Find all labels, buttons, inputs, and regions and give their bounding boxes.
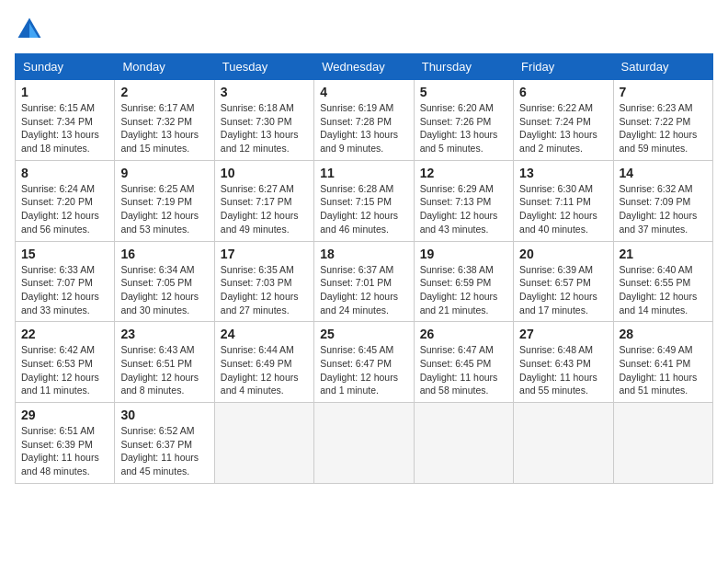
calendar-day-cell: 2Sunrise: 6:17 AM Sunset: 7:32 PM Daylig… — [115, 80, 214, 161]
calendar-day-cell — [514, 403, 613, 484]
day-number: 5 — [420, 85, 507, 99]
day-number: 27 — [519, 327, 607, 341]
weekday-header-monday: Monday — [115, 54, 214, 80]
calendar-day-cell: 29Sunrise: 6:51 AM Sunset: 6:39 PM Dayli… — [16, 403, 115, 484]
weekday-header-tuesday: Tuesday — [214, 54, 313, 80]
calendar-day-cell: 20Sunrise: 6:39 AM Sunset: 6:57 PM Dayli… — [514, 241, 613, 322]
calendar-day-cell: 27Sunrise: 6:48 AM Sunset: 6:43 PM Dayli… — [514, 322, 613, 403]
day-info: Sunrise: 6:23 AM Sunset: 7:22 PM Dayligh… — [620, 101, 707, 155]
day-info: Sunrise: 6:43 AM Sunset: 6:51 PM Dayligh… — [120, 343, 208, 397]
day-info: Sunrise: 6:40 AM Sunset: 6:55 PM Dayligh… — [620, 263, 707, 317]
weekday-header-row: SundayMondayTuesdayWednesdayThursdayFrid… — [16, 54, 713, 80]
calendar-day-cell: 8Sunrise: 6:24 AM Sunset: 7:20 PM Daylig… — [16, 160, 115, 241]
calendar-day-cell — [414, 403, 513, 484]
day-info: Sunrise: 6:30 AM Sunset: 7:11 PM Dayligh… — [519, 182, 607, 236]
calendar-day-cell: 19Sunrise: 6:38 AM Sunset: 6:59 PM Dayli… — [414, 241, 513, 322]
day-number: 11 — [320, 166, 407, 180]
calendar-day-cell: 3Sunrise: 6:18 AM Sunset: 7:30 PM Daylig… — [214, 80, 313, 161]
day-number: 8 — [21, 166, 108, 180]
weekday-header-saturday: Saturday — [613, 54, 712, 80]
day-info: Sunrise: 6:32 AM Sunset: 7:09 PM Dayligh… — [620, 182, 707, 236]
calendar-day-cell: 9Sunrise: 6:25 AM Sunset: 7:19 PM Daylig… — [115, 160, 214, 241]
day-info: Sunrise: 6:29 AM Sunset: 7:13 PM Dayligh… — [420, 182, 507, 236]
calendar-day-cell: 28Sunrise: 6:49 AM Sunset: 6:41 PM Dayli… — [613, 322, 712, 403]
day-info: Sunrise: 6:15 AM Sunset: 7:34 PM Dayligh… — [21, 101, 108, 155]
day-info: Sunrise: 6:37 AM Sunset: 7:01 PM Dayligh… — [320, 263, 407, 317]
day-number: 12 — [420, 166, 507, 180]
calendar-day-cell: 23Sunrise: 6:43 AM Sunset: 6:51 PM Dayli… — [115, 322, 214, 403]
day-info: Sunrise: 6:45 AM Sunset: 6:47 PM Dayligh… — [320, 343, 407, 397]
calendar-day-cell: 10Sunrise: 6:27 AM Sunset: 7:17 PM Dayli… — [214, 160, 313, 241]
calendar-day-cell: 4Sunrise: 6:19 AM Sunset: 7:28 PM Daylig… — [314, 80, 414, 161]
day-number: 1 — [21, 85, 108, 99]
day-info: Sunrise: 6:28 AM Sunset: 7:15 PM Dayligh… — [320, 182, 407, 236]
calendar-week-row: 22Sunrise: 6:42 AM Sunset: 6:53 PM Dayli… — [16, 322, 713, 403]
day-number: 21 — [620, 247, 707, 261]
weekday-header-wednesday: Wednesday — [314, 54, 414, 80]
day-info: Sunrise: 6:47 AM Sunset: 6:45 PM Dayligh… — [420, 343, 507, 397]
calendar-day-cell: 25Sunrise: 6:45 AM Sunset: 6:47 PM Dayli… — [314, 322, 414, 403]
day-number: 23 — [120, 327, 208, 341]
day-number: 22 — [21, 327, 108, 341]
calendar-day-cell: 30Sunrise: 6:52 AM Sunset: 6:37 PM Dayli… — [115, 403, 214, 484]
day-info: Sunrise: 6:39 AM Sunset: 6:57 PM Dayligh… — [519, 263, 607, 317]
day-number: 20 — [519, 247, 607, 261]
calendar-day-cell: 6Sunrise: 6:22 AM Sunset: 7:24 PM Daylig… — [514, 80, 613, 161]
logo-icon — [15, 15, 44, 44]
calendar-day-cell: 1Sunrise: 6:15 AM Sunset: 7:34 PM Daylig… — [16, 80, 115, 161]
calendar-day-cell: 15Sunrise: 6:33 AM Sunset: 7:07 PM Dayli… — [16, 241, 115, 322]
day-info: Sunrise: 6:25 AM Sunset: 7:19 PM Dayligh… — [120, 182, 208, 236]
calendar-day-cell: 18Sunrise: 6:37 AM Sunset: 7:01 PM Dayli… — [314, 241, 414, 322]
day-number: 30 — [120, 408, 208, 422]
day-info: Sunrise: 6:24 AM Sunset: 7:20 PM Dayligh… — [21, 182, 108, 236]
calendar-day-cell: 22Sunrise: 6:42 AM Sunset: 6:53 PM Dayli… — [16, 322, 115, 403]
calendar-day-cell: 5Sunrise: 6:20 AM Sunset: 7:26 PM Daylig… — [414, 80, 513, 161]
calendar-day-cell: 21Sunrise: 6:40 AM Sunset: 6:55 PM Dayli… — [613, 241, 712, 322]
day-info: Sunrise: 6:17 AM Sunset: 7:32 PM Dayligh… — [120, 101, 208, 155]
calendar-day-cell: 16Sunrise: 6:34 AM Sunset: 7:05 PM Dayli… — [115, 241, 214, 322]
day-number: 7 — [620, 85, 707, 99]
day-info: Sunrise: 6:38 AM Sunset: 6:59 PM Dayligh… — [420, 263, 507, 317]
day-number: 25 — [320, 327, 407, 341]
day-number: 18 — [320, 247, 407, 261]
calendar-week-row: 1Sunrise: 6:15 AM Sunset: 7:34 PM Daylig… — [16, 80, 713, 161]
day-number: 10 — [221, 166, 308, 180]
calendar-table: SundayMondayTuesdayWednesdayThursdayFrid… — [15, 53, 713, 484]
calendar-day-cell — [314, 403, 414, 484]
day-number: 24 — [221, 327, 308, 341]
calendar-day-cell — [214, 403, 313, 484]
day-number: 26 — [420, 327, 507, 341]
day-info: Sunrise: 6:35 AM Sunset: 7:03 PM Dayligh… — [221, 263, 308, 317]
calendar-day-cell: 26Sunrise: 6:47 AM Sunset: 6:45 PM Dayli… — [414, 322, 513, 403]
day-info: Sunrise: 6:19 AM Sunset: 7:28 PM Dayligh… — [320, 101, 407, 155]
day-info: Sunrise: 6:22 AM Sunset: 7:24 PM Dayligh… — [519, 101, 607, 155]
calendar-day-cell: 7Sunrise: 6:23 AM Sunset: 7:22 PM Daylig… — [613, 80, 712, 161]
weekday-header-sunday: Sunday — [16, 54, 115, 80]
calendar-week-row: 8Sunrise: 6:24 AM Sunset: 7:20 PM Daylig… — [16, 160, 713, 241]
day-number: 16 — [120, 247, 208, 261]
day-number: 2 — [120, 85, 208, 99]
day-number: 14 — [620, 166, 707, 180]
day-info: Sunrise: 6:51 AM Sunset: 6:39 PM Dayligh… — [21, 424, 108, 478]
logo — [15, 15, 48, 44]
day-number: 19 — [420, 247, 507, 261]
day-number: 29 — [21, 408, 108, 422]
calendar-week-row: 15Sunrise: 6:33 AM Sunset: 7:07 PM Dayli… — [16, 241, 713, 322]
calendar-day-cell: 14Sunrise: 6:32 AM Sunset: 7:09 PM Dayli… — [613, 160, 712, 241]
day-number: 15 — [21, 247, 108, 261]
day-number: 9 — [120, 166, 208, 180]
weekday-header-friday: Friday — [514, 54, 613, 80]
day-info: Sunrise: 6:18 AM Sunset: 7:30 PM Dayligh… — [221, 101, 308, 155]
day-number: 6 — [519, 85, 607, 99]
day-info: Sunrise: 6:27 AM Sunset: 7:17 PM Dayligh… — [221, 182, 308, 236]
weekday-header-thursday: Thursday — [414, 54, 513, 80]
day-number: 4 — [320, 85, 407, 99]
day-info: Sunrise: 6:34 AM Sunset: 7:05 PM Dayligh… — [120, 263, 208, 317]
day-info: Sunrise: 6:44 AM Sunset: 6:49 PM Dayligh… — [221, 343, 308, 397]
day-info: Sunrise: 6:42 AM Sunset: 6:53 PM Dayligh… — [21, 343, 108, 397]
calendar-day-cell: 24Sunrise: 6:44 AM Sunset: 6:49 PM Dayli… — [214, 322, 313, 403]
calendar-day-cell — [613, 403, 712, 484]
calendar-day-cell: 17Sunrise: 6:35 AM Sunset: 7:03 PM Dayli… — [214, 241, 313, 322]
day-info: Sunrise: 6:52 AM Sunset: 6:37 PM Dayligh… — [120, 424, 208, 478]
calendar-day-cell: 13Sunrise: 6:30 AM Sunset: 7:11 PM Dayli… — [514, 160, 613, 241]
